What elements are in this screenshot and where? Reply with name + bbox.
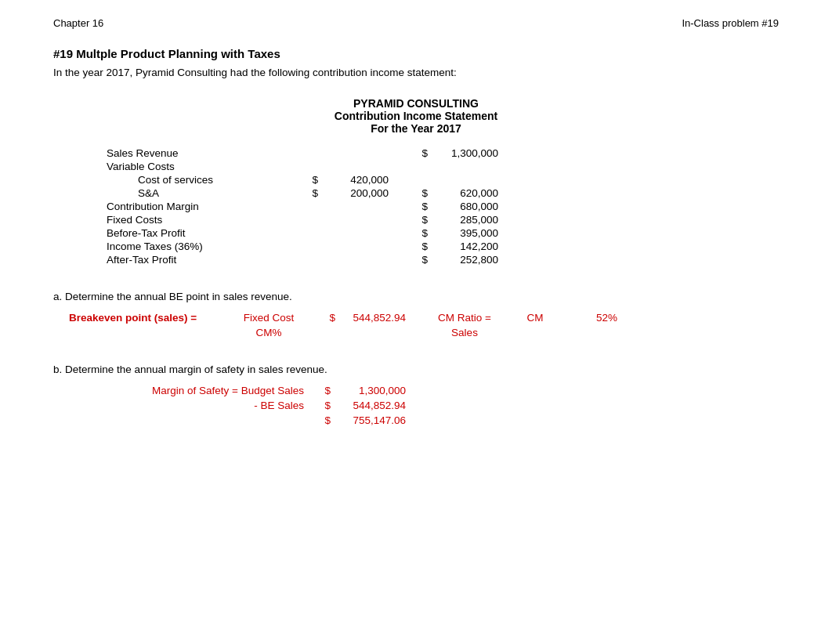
fixed-costs-label: Fixed Costs: [107, 214, 279, 226]
problem-label: In-Class problem #19: [682, 17, 779, 29]
before-tax-label: Before-Tax Profit: [107, 227, 279, 239]
company-name: PYRAMID CONSULTING: [53, 97, 779, 110]
at-value: 252,800: [428, 254, 498, 266]
after-tax-label: After-Tax Profit: [107, 254, 279, 266]
cost-of-services-value: 420,000: [318, 174, 389, 186]
table-row: Sales Revenue $ 1,300,000: [107, 147, 514, 159]
it-dollar: $: [389, 241, 428, 252]
it-value: 142,200: [428, 241, 498, 252]
sales-revenue-value: 1,300,000: [428, 147, 498, 159]
cost-of-services-dollar: $: [279, 174, 318, 186]
sanda-label: S&A: [107, 187, 279, 199]
variable-costs-label: Variable Costs: [107, 161, 279, 172]
margin-budget-value: 1,300,000: [335, 385, 406, 396]
sanda-subtotal-value: 620,000: [428, 187, 498, 199]
fc-dollar: $: [389, 214, 428, 226]
margin-row-3: $ 755,147.06: [132, 414, 779, 426]
sanda-subtotal-dollar: $: [389, 187, 428, 199]
cm-pct: 52%: [578, 312, 617, 324]
table-row: Cost of services $ 420,000: [107, 174, 514, 186]
sanda-dollar: $: [279, 187, 318, 199]
be-sales-value: 544,852.94: [335, 400, 406, 411]
table-row: S&A $ 200,000 $ 620,000: [107, 187, 514, 199]
breakeven-formula-row: Breakeven point (sales) = Fixed Cost $ 5…: [69, 312, 779, 324]
margin-row-2: - BE Sales $ 544,852.94: [132, 400, 779, 411]
contribution-margin-label: Contribution Margin: [107, 201, 279, 212]
margin-budget-dollar: $: [304, 385, 335, 396]
margin-label: Margin of Safety = Budget Sales: [132, 385, 304, 396]
table-row: After-Tax Profit $ 252,800: [107, 254, 514, 266]
bt-dollar: $: [389, 227, 428, 239]
cost-of-services-label: Cost of services: [107, 174, 279, 186]
table-row: Fixed Costs $ 285,000: [107, 214, 514, 226]
margin-result-value: 755,147.06: [335, 414, 406, 426]
cm-value: 680,000: [428, 201, 498, 212]
breakeven-dollar: $: [312, 312, 335, 324]
statement-title: Contribution Income Statement: [53, 110, 779, 122]
income-statement-table: Sales Revenue $ 1,300,000 Variable Costs…: [107, 147, 514, 266]
table-row: Income Taxes (36%) $ 142,200: [107, 241, 514, 252]
question-b-text: b. Determine the annual margin of safety…: [53, 364, 779, 375]
company-header: PYRAMID CONSULTING Contribution Income S…: [53, 97, 779, 135]
breakeven-label: Breakeven point (sales) =: [69, 312, 226, 324]
problem-description: In the year 2017, Pyramid Consulting had…: [53, 67, 779, 78]
sales-revenue-label: Sales Revenue: [107, 147, 279, 159]
sanda-value: 200,000: [318, 187, 389, 199]
bt-value: 395,000: [428, 227, 498, 239]
problem-title: #19 Multple Product Planning with Taxes: [53, 47, 779, 60]
breakeven-cm-pct-desc: CM%: [226, 327, 312, 338]
breakeven-fixed-cost-desc: Fixed Cost: [226, 312, 312, 324]
breakeven-formula-row2: CM% Sales: [69, 327, 779, 338]
at-dollar: $: [389, 254, 428, 266]
table-row: Before-Tax Profit $ 395,000: [107, 227, 514, 239]
income-taxes-label: Income Taxes (36%): [107, 241, 279, 252]
sales-revenue-dollar: $: [389, 147, 428, 159]
breakeven-value: 544,852.94: [335, 312, 406, 324]
statement-period: For the Year 2017: [53, 122, 779, 135]
table-row: Variable Costs: [107, 161, 514, 172]
be-sales-dollar: $: [304, 400, 335, 411]
chapter-label: Chapter 16: [53, 17, 103, 29]
margin-row-1: Margin of Safety = Budget Sales $ 1,300,…: [132, 385, 779, 396]
cm-ratio-label: CM Ratio =: [421, 312, 508, 324]
question-a-text: a. Determine the annual BE point in sale…: [53, 291, 779, 302]
be-sales-label: - BE Sales: [132, 400, 304, 411]
cm-dollar: $: [389, 201, 428, 212]
cm-numerator: CM: [515, 312, 555, 324]
margin-result-dollar: $: [304, 414, 335, 426]
margin-of-safety-block: Margin of Safety = Budget Sales $ 1,300,…: [132, 385, 779, 426]
table-row: Contribution Margin $ 680,000: [107, 201, 514, 212]
cm-denominator: Sales: [421, 327, 508, 338]
fc-value: 285,000: [428, 214, 498, 226]
